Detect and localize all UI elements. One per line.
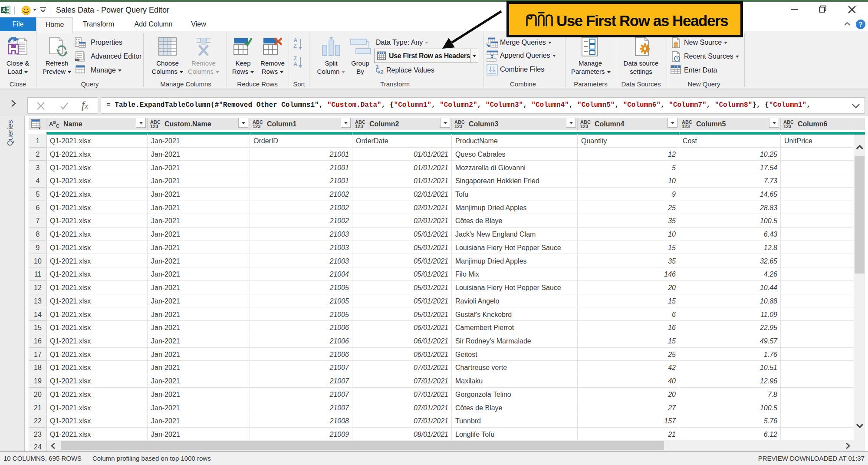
svg-text:?: ? [858,21,863,28]
